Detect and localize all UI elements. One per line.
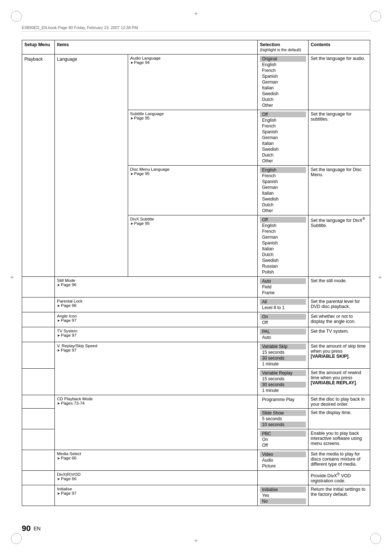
corner-mark-br [370, 533, 381, 544]
table-header-row: Setup Menu Items Selection (highlight is… [22, 40, 370, 54]
sel-italian-dm: Italian [260, 190, 306, 196]
parental-contents-text: Set the parental level for DVD disc play… [311, 299, 360, 309]
main-content: Setup Menu Items Selection (highlight is… [22, 40, 370, 519]
audio-contents-text: Set the language for audio. [311, 56, 365, 61]
sel-french-divx: French [260, 228, 306, 234]
header-selection: Selection (highlight is the default) [258, 40, 309, 54]
cell-subtitle-language: Subtitle Language Page 95 [128, 110, 257, 166]
tv-arrow [57, 333, 61, 337]
cell-vrs-setup2 [22, 369, 55, 395]
cell-media-item: Media Select Page 66 [55, 450, 258, 471]
sel-dutch-sub: Dutch [260, 152, 306, 158]
sel-swedish-divx: Swedish [260, 258, 306, 263]
still-mode-arrow [57, 283, 61, 287]
vrs-label: V. Replay/Skip Speed Page 97 [57, 344, 255, 352]
cell-replay-contents: Set the amount of rewind time when you p… [309, 369, 370, 395]
sel-russian-divx: Russian [260, 263, 306, 269]
tv-page: Page 97 [61, 333, 77, 337]
cell-media-contents: Set the media to play for discs contains… [309, 450, 370, 471]
cell-cd-setup3 [22, 429, 55, 450]
sel-swedish-1: Swedish [260, 91, 306, 97]
audio-language-page: Page 94 [134, 60, 150, 65]
media-select-label: Media Select Page 66 [57, 451, 255, 460]
cell-parental-setup [22, 297, 55, 312]
cell-language: Language [55, 54, 128, 277]
sel-field-still: Field [260, 284, 306, 290]
subtitle-page: Page 95 [134, 116, 150, 120]
divxvod-arrow [57, 477, 61, 481]
cell-still-mode-selection: Auto Field Frame [258, 277, 309, 297]
sel-other-dm: Other [260, 208, 306, 214]
cell-init-item: Initialise Page 97 [55, 485, 258, 506]
subtitle-arrow [130, 116, 134, 120]
corner-mark-tl [11, 11, 22, 22]
pbc-contents-text: Enable you to play back interactive soft… [311, 431, 362, 446]
sel-slide-show: Slide Show [260, 410, 306, 416]
sel-1min-replay: 1 minute [260, 388, 306, 393]
prog-play-contents-text: Set the disc to play back in your desire… [311, 397, 365, 407]
cell-audio-language: Audio Language Page 94 [128, 54, 257, 110]
cell-angle-setup [22, 312, 55, 327]
sel-30s-replay: 30 seconds [260, 382, 306, 388]
cell-slide-show-selection: Slide Show 5 seconds 10 seconds [258, 409, 309, 429]
media-page: Page 66 [61, 456, 77, 460]
sel-spanish-dm: Spanish [260, 179, 306, 185]
sel-auto-still: Auto [260, 278, 306, 284]
sel-italian-divx: Italian [260, 246, 306, 252]
skip-contents-text: Set the amount of skip time when you pre… [311, 344, 366, 359]
cd-page: Pages 73-74 [61, 401, 85, 405]
sel-dutch-divx: Dutch [260, 252, 306, 258]
audio-language-arrow [130, 60, 134, 65]
angle-contents-text: Set whether or not to display the angle … [311, 314, 356, 324]
cell-divx-selection: Off English French German Spanish Italia… [258, 215, 309, 277]
header-selection-note: (highlight is the default) [260, 48, 301, 52]
tv-system-label: TV System Page 97 [57, 329, 255, 337]
sel-german-dm: German [260, 185, 306, 190]
initialise-label: Initialise Page 97 [57, 487, 255, 495]
sel-pal: PAL [260, 329, 306, 335]
cell-angle-selection: On Off [258, 312, 309, 327]
footer: 90 EN [22, 524, 370, 533]
table-row: V. Replay/Skip Speed Page 97 Variable Sk… [22, 342, 370, 369]
sel-30s-skip: 30 seconds [260, 355, 306, 361]
sel-original: Original [260, 56, 306, 62]
cd-playback-label: CD Playback Mode Pages 73-74 [57, 397, 255, 405]
sel-italian-sub: Italian [260, 141, 306, 146]
sel-german-sub: German [260, 135, 306, 141]
cell-vrs-item: V. Replay/Skip Speed Page 97 [55, 342, 258, 395]
sel-on-pbc: On [260, 437, 306, 442]
sel-yes: Yes [260, 493, 306, 498]
sel-english-1: English [260, 62, 306, 68]
sel-english-sub: English [260, 117, 306, 123]
cell-cd-item: CD Playback Mode Pages 73-74 [55, 395, 258, 450]
sel-dutch-dm: Dutch [260, 202, 306, 208]
sel-english-dm: English [260, 167, 306, 173]
divx-subtitle-arrow [130, 221, 134, 226]
parental-lock-label: Parental Lock Page 96 [57, 299, 255, 308]
table-row: DivX(R)VOD Page 66 Provide DivX® VOD reg… [22, 471, 370, 485]
plus-bottom: + [194, 537, 198, 545]
vrs-page: Page 97 [61, 348, 77, 352]
plus-right: + [378, 274, 382, 281]
cell-divxvod-contents: Provide DivX® VOD registration code. [309, 471, 370, 485]
page-number: 90 [22, 524, 30, 533]
cell-still-mode-setup [22, 277, 55, 297]
disc-menu-contents-text: Set the language for Disc Menu. [311, 167, 362, 177]
playback-label: Playback [24, 57, 43, 62]
corner-mark-tr [370, 11, 381, 22]
cell-prog-play-selection: Programme Play [258, 395, 309, 409]
angle-arrow [57, 318, 61, 323]
cell-angle-contents: Set whether or not to display the angle … [309, 312, 370, 327]
table-row: Angle Icon Page 97 On Off Set whether or… [22, 312, 370, 327]
cell-disc-menu-selection: English French Spanish German Italian Sw… [258, 166, 309, 215]
sel-off-angle: Off [260, 320, 306, 325]
cell-angle-item: Angle Icon Page 97 [55, 312, 258, 327]
divxvod-contents-text: Provide DivX® VOD registration code. [311, 473, 351, 483]
sel-spanish-sub: Spanish [260, 129, 306, 135]
slide-show-contents-text: Set the display time. [311, 410, 352, 415]
cell-tv-contents: Set the TV system. [309, 327, 370, 342]
cell-media-setup [22, 450, 55, 471]
cell-audio-selection: Original English French Spanish German I… [258, 54, 309, 110]
sel-swedish-sub: Swedish [260, 146, 306, 152]
sel-video: Video [260, 451, 306, 457]
